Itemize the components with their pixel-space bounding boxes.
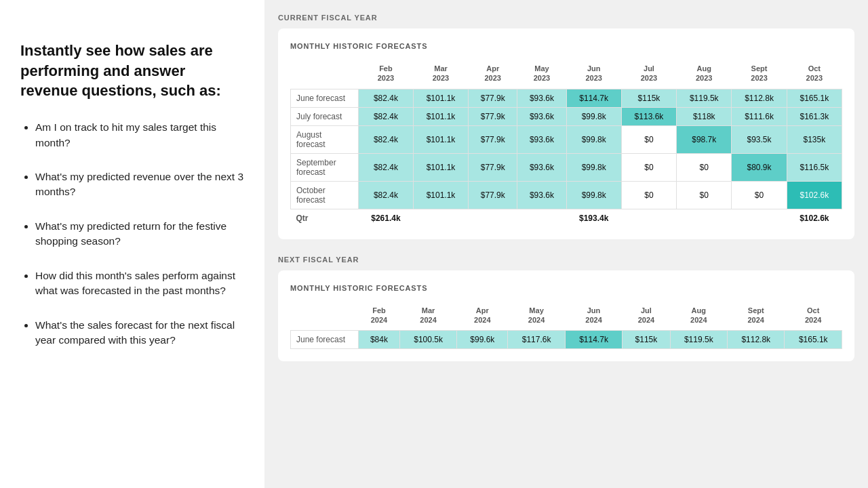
data-cell: $99.6k [457,331,508,349]
data-cell: $101.1k [413,107,468,125]
col-header: Oct2024 [785,303,842,331]
data-cell: $80.9k [732,153,787,181]
data-cell: $99.8k [566,153,621,181]
data-cell: $165.1k [785,331,842,349]
qtr-row: Qtr$261.4k$193.4k$102.6k [291,209,842,227]
col-header: Apr2023 [469,61,517,89]
col-header: Feb2023 [359,61,414,89]
data-cell: $114.7k [565,331,622,349]
data-cell: $111.6k [732,107,787,125]
current-fy-section: CURRENT FISCAL YEAR MONTHLY HISTORIC FOR… [278,14,854,239]
col-header: Jul2024 [623,303,670,331]
data-cell: $77.9k [469,181,517,209]
data-cell: $93.6k [517,107,566,125]
data-cell: $84k [359,331,400,349]
data-cell: $101.1k [413,125,468,153]
data-cell: $119.5k [670,331,727,349]
row-label-cell: September forecast [291,153,359,181]
data-cell: $102.6k [787,181,842,209]
row-label-cell: June forecast [291,331,359,349]
col-header: Jun2024 [565,303,622,331]
current-fy-card: MONTHLY HISTORIC FORECASTS Feb2023Mar202… [278,28,854,239]
data-cell: $116.5k [787,153,842,181]
data-cell: $82.4k [359,125,414,153]
current-fy-label: CURRENT FISCAL YEAR [278,14,854,22]
table-row: October forecast$82.4k$101.1k$77.9k$93.6… [291,181,842,209]
data-cell: $99.8k [566,107,621,125]
data-cell: $112.8k [728,331,785,349]
qtr-value-cell [732,209,787,227]
data-cell: $77.9k [469,153,517,181]
qtr-value-cell [517,209,566,227]
next-fy-table: Feb2024Mar2024Apr2024May2024Jun2024Jul20… [290,303,842,350]
col-header: Sept2024 [728,303,785,331]
col-header: Oct2023 [787,61,842,89]
data-cell: $93.6k [517,153,566,181]
data-cell: $0 [732,181,787,209]
qtr-value-cell [469,209,517,227]
bullet-item: What's my predicted revenue over the nex… [35,169,244,200]
bullet-item: Am I on track to hit my sales target thi… [35,120,244,150]
row-label-cell: July forecast [291,107,359,125]
col-header-empty-2 [291,303,359,331]
data-cell: $93.5k [732,125,787,153]
right-panel[interactable]: CURRENT FISCAL YEAR MONTHLY HISTORIC FOR… [264,0,868,488]
qtr-value-cell [677,209,732,227]
col-header: Mar2024 [399,303,456,331]
bullet-item: How did this month's sales perform again… [35,268,244,299]
bullet-item: What's the sales forecast for the next f… [35,318,244,348]
data-cell: $99.8k [566,181,621,209]
data-cell: $119.5k [677,89,732,107]
data-cell: $98.7k [677,125,732,153]
data-cell: $0 [621,181,676,209]
data-cell: $0 [677,153,732,181]
data-cell: $135k [787,125,842,153]
data-cell: $165.1k [787,89,842,107]
data-cell: $112.8k [732,89,787,107]
data-cell: $82.4k [359,153,414,181]
row-label-cell: June forecast [291,89,359,107]
current-fy-table: Feb2023Mar2023Apr2023May2023Jun2023Jul20… [290,61,842,227]
qtr-label-cell: Qtr [291,209,359,227]
data-cell: $93.6k [517,125,566,153]
data-cell: $101.1k [413,89,468,107]
qtr-value-cell: $193.4k [566,209,621,227]
data-cell: $101.1k [413,181,468,209]
next-fy-section: NEXT FISCAL YEAR MONTHLY HISTORIC FORECA… [278,256,854,362]
data-cell: $115k [621,89,676,107]
data-cell: $99.8k [566,125,621,153]
data-cell: $101.1k [413,153,468,181]
table-row: June forecast$82.4k$101.1k$77.9k$93.6k$1… [291,89,842,107]
data-cell: $115k [623,331,670,349]
data-cell: $77.9k [469,89,517,107]
qtr-value-cell: $261.4k [359,209,414,227]
data-cell: $0 [677,181,732,209]
col-header: Apr2024 [457,303,508,331]
next-fy-table-title: MONTHLY HISTORIC FORECASTS [290,284,842,292]
qtr-value-cell [621,209,676,227]
col-header: May2024 [508,303,565,331]
table-row: July forecast$82.4k$101.1k$77.9k$93.6k$9… [291,107,842,125]
data-cell: $82.4k [359,107,414,125]
data-cell: $93.6k [517,181,566,209]
bullet-item: What's my predicted return for the festi… [35,219,244,249]
data-cell: $77.9k [469,125,517,153]
current-fy-table-title: MONTHLY HISTORIC FORECASTS [290,42,842,50]
data-cell: $118k [677,107,732,125]
row-label-cell: August forecast [291,125,359,153]
col-header: Aug2023 [677,61,732,89]
data-cell: $161.3k [787,107,842,125]
col-header: Mar2023 [413,61,468,89]
intro-heading: Instantly see how sales are performing a… [20,41,244,101]
next-fy-label: NEXT FISCAL YEAR [278,256,854,264]
col-header: Jun2023 [566,61,621,89]
data-cell: $77.9k [469,107,517,125]
next-fy-card: MONTHLY HISTORIC FORECASTS Feb2024Mar202… [278,270,854,362]
data-cell: $100.5k [399,331,456,349]
col-header: May2023 [517,61,566,89]
data-cell: $117.6k [508,331,565,349]
col-header-empty [291,61,359,89]
table-row: June forecast$84k$100.5k$99.6k$117.6k$11… [291,331,842,349]
data-cell: $82.4k [359,89,414,107]
left-panel: Instantly see how sales are performing a… [0,0,264,488]
